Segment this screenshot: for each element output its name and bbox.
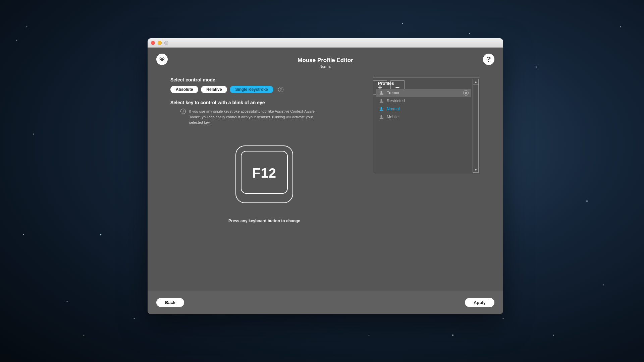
page-title: Mouse Profile Editor [148,57,503,64]
mode-help-icon[interactable]: ? [278,87,283,92]
profiles-title: Profiles [373,77,480,89]
svg-point-3 [380,91,382,93]
key-display: F12 Press any keyboard button to change [217,145,311,223]
svg-point-5 [380,107,382,109]
person-icon [379,114,384,120]
profile-row-normal[interactable]: Normal [376,105,471,113]
info-text: If you use any single keystroke accessib… [189,109,318,125]
profile-row-tremor[interactable]: Tremor [376,89,471,97]
window-minimize-button[interactable] [158,41,162,45]
page-subtitle: Normal [148,64,503,68]
window-close-button[interactable] [151,41,155,45]
svg-point-4 [380,99,382,101]
person-icon [379,90,384,96]
window-zoom-button[interactable] [164,41,168,45]
keycap-label: F12 [236,144,292,202]
back-button[interactable]: Back [156,298,184,307]
window-body: ? Mouse Profile Editor Normal Select con… [148,48,503,314]
apply-button[interactable]: Apply [465,298,494,307]
profile-label: Tremor [387,90,399,95]
profiles-list: Tremor Restricted Normal [376,89,471,171]
question-icon: ? [486,55,491,64]
page-header: Mouse Profile Editor Normal [148,48,503,68]
mode-single-keystroke[interactable]: Single Keystroke [230,86,273,93]
app-logo-button[interactable] [156,54,168,65]
mode-relative[interactable]: Relative [201,86,227,93]
keycap[interactable]: F12 [235,145,293,203]
app-window: ? Mouse Profile Editor Normal Select con… [148,38,503,314]
footer: Back Apply [148,291,503,314]
mode-absolute[interactable]: Absolute [170,86,198,93]
info-icon: i [180,109,186,114]
content-area: Select control mode Absolute Relative Si… [170,77,480,284]
press-hint: Press any keyboard button to change [217,219,311,223]
profiles-scrollbar[interactable]: ▴ ▾ [473,79,479,173]
profile-label: Restricted [387,99,405,103]
titlebar[interactable] [148,38,503,48]
person-icon [379,106,384,112]
profile-row-mobile[interactable]: Mobile [376,113,471,121]
scroll-down-icon[interactable]: ▾ [473,167,478,172]
profile-label: Normal [387,107,400,111]
help-button[interactable]: ? [483,54,494,65]
profile-delete-icon[interactable] [463,90,469,96]
atom-icon [159,56,165,63]
person-icon [379,98,384,104]
svg-point-6 [380,115,382,117]
profile-label: Mobile [387,115,398,119]
profile-row-restricted[interactable]: Restricted [376,97,471,105]
svg-point-2 [162,59,163,60]
scroll-up-icon[interactable]: ▴ [473,79,478,84]
profiles-panel: Profiles Tremor Restricted [373,77,480,174]
